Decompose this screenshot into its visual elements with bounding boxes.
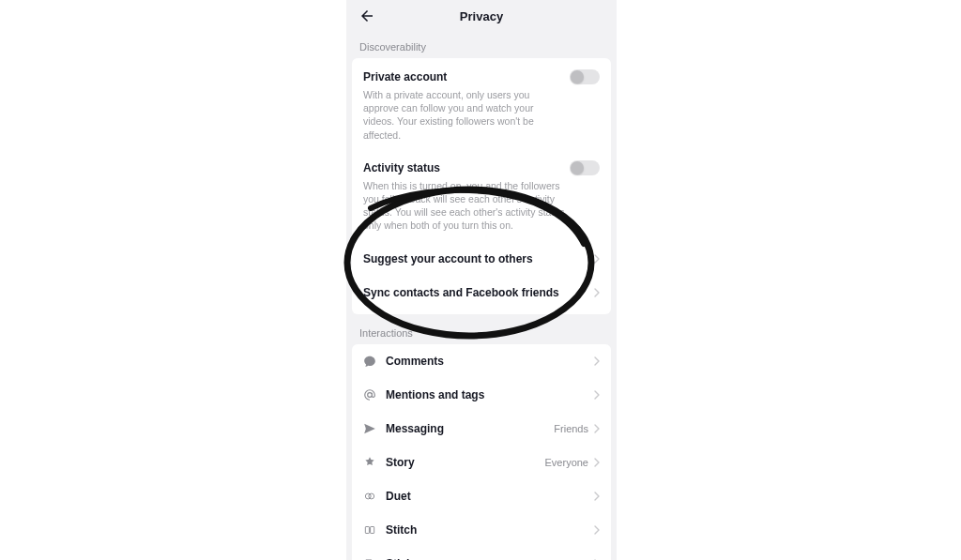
activity-status-desc: When this is turned on, you and the foll… (363, 179, 600, 233)
mention-icon (363, 388, 376, 401)
mentions-label: Mentions and tags (386, 388, 484, 401)
row-sync-contacts[interactable]: Sync contacts and Facebook friends (352, 277, 611, 314)
story-icon (363, 456, 376, 469)
private-account-title: Private account (363, 70, 447, 83)
sync-contacts-title: Sync contacts and Facebook friends (363, 286, 559, 299)
row-messaging[interactable]: Messaging Friends (352, 412, 611, 446)
stitch-icon (363, 523, 376, 537)
comments-label: Comments (386, 355, 444, 368)
private-account-toggle[interactable] (570, 69, 600, 84)
suggest-account-title: Suggest your account to others (363, 252, 533, 265)
activity-status-toggle[interactable] (570, 160, 600, 175)
privacy-settings-screen: Privacy Discoverability Private account … (346, 0, 617, 560)
chevron-right-icon (594, 492, 600, 501)
chevron-right-icon (594, 458, 600, 467)
chevron-right-icon (594, 424, 600, 433)
svg-rect-3 (371, 527, 374, 534)
chevron-right-icon (594, 288, 600, 297)
row-story[interactable]: Story Everyone (352, 446, 611, 479)
chevron-right-icon (594, 390, 600, 400)
back-button[interactable] (358, 7, 376, 25)
story-label: Story (386, 456, 415, 469)
comment-icon (363, 355, 376, 368)
svg-point-1 (369, 493, 374, 499)
private-account-desc: With a private account, only users you a… (363, 88, 600, 142)
duet-label: Duet (386, 490, 411, 503)
row-stitch[interactable]: Stitch (352, 513, 611, 547)
row-duet[interactable]: Duet (352, 479, 611, 513)
row-private-account: Private account With a private account, … (352, 58, 611, 145)
section-label-interactions: Interactions (346, 314, 617, 344)
chevron-right-icon (594, 525, 600, 535)
section-label-discoverability: Discoverability (346, 32, 617, 58)
row-activity-status: Activity status When this is turned on, … (352, 145, 611, 236)
messaging-value: Friends (554, 423, 588, 434)
message-icon (363, 422, 376, 435)
chevron-right-icon (594, 254, 600, 264)
page-title: Privacy (346, 9, 617, 23)
row-suggest-account[interactable]: Suggest your account to others (352, 235, 611, 277)
card-discoverability: Private account With a private account, … (352, 58, 611, 314)
header-bar: Privacy (346, 0, 617, 32)
stitch-label: Stitch (386, 523, 417, 537)
row-stickers[interactable]: Stickers Everyone (352, 547, 611, 560)
row-comments[interactable]: Comments (352, 344, 611, 378)
story-value: Everyone (545, 457, 588, 468)
card-interactions: Comments Mentions and tags (352, 344, 611, 560)
svg-rect-2 (365, 527, 369, 534)
row-mentions[interactable]: Mentions and tags (352, 378, 611, 412)
activity-status-title: Activity status (363, 161, 440, 174)
messaging-label: Messaging (386, 422, 444, 435)
duet-icon (363, 490, 376, 503)
chevron-right-icon (594, 356, 600, 366)
